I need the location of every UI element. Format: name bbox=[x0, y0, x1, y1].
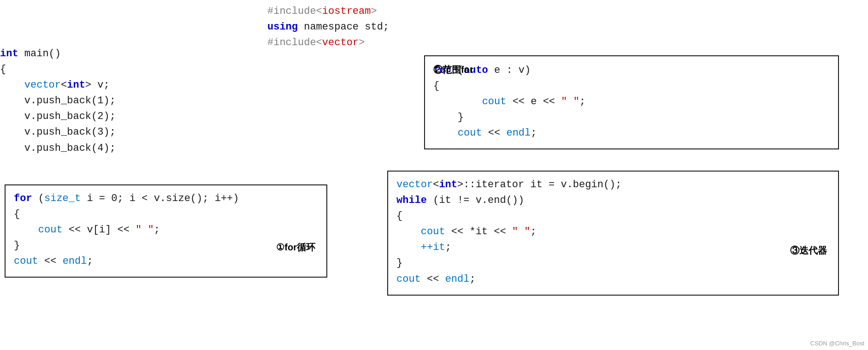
using-kw: using bbox=[267, 21, 298, 33]
watermark: CSDN @Chris_Bost bbox=[810, 339, 864, 348]
include1: #include<iostream> bbox=[267, 6, 377, 17]
code-area: #include<iostream> using namespace std; … bbox=[0, 0, 868, 350]
vector-kw: vector bbox=[24, 79, 61, 91]
header-block: #include<iostream> using namespace std; … bbox=[267, 4, 389, 51]
include2: #include<vector> bbox=[267, 37, 365, 48]
box1-for-loop: for (size_t i = 0; i < v.size(); i++) { … bbox=[5, 184, 327, 278]
box3-iterator: vector<int>::iterator it = v.begin(); wh… bbox=[387, 171, 839, 296]
while-kw: while bbox=[396, 195, 427, 206]
label-iterator: ③迭代器 bbox=[790, 243, 827, 258]
int-kw: int bbox=[0, 48, 18, 59]
for-kw-1: for bbox=[14, 193, 32, 204]
label-for-loop: ①for循环 bbox=[276, 240, 315, 255]
main-code-block: int main() { vector<int> v; v.push_back(… bbox=[0, 46, 116, 156]
box2-range-for: ②范围for for (auto e : v) { cout << e << "… bbox=[424, 55, 839, 149]
vector-iter: vector bbox=[396, 179, 433, 190]
label-range-for: ②范围for bbox=[433, 63, 473, 77]
